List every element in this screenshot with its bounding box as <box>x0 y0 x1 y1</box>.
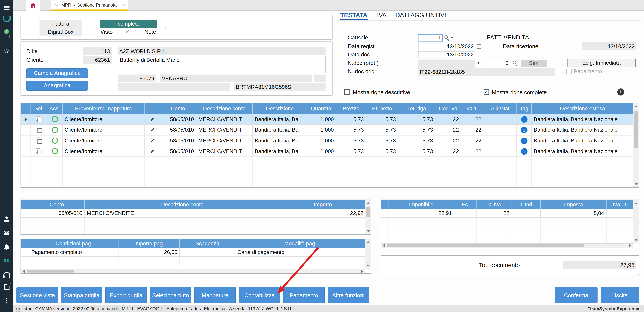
col-provenienza[interactable]: Provenienza mappatura <box>62 103 145 114</box>
col-sel[interactable]: Sel. <box>31 103 47 114</box>
ditta-code-field[interactable]: 113 <box>83 47 112 55</box>
cap-field[interactable]: 86079 <box>118 75 156 82</box>
stampa-griglia-button[interactable]: Stampa griglia <box>61 287 102 303</box>
col-pr-netto[interactable]: Pr. netto <box>366 103 398 114</box>
col-condizioni-pag[interactable]: Condizioni pag. <box>29 239 119 248</box>
ndoc-orig-field[interactable]: IT22-68211I-28185 <box>418 68 555 76</box>
col-descrizione[interactable]: Descrizione <box>253 103 308 114</box>
external-link-icon[interactable] <box>0 282 13 291</box>
notifications-icon[interactable]: 1 <box>0 29 13 39</box>
row-select-checkbox[interactable] <box>36 137 42 144</box>
col-iva11[interactable]: Iva 11 <box>461 103 484 114</box>
home-tab[interactable] <box>26 0 40 11</box>
col-imponibile[interactable]: Imponibile <box>388 200 454 209</box>
bell-icon[interactable] <box>0 242 13 251</box>
row-select-checkbox[interactable] <box>36 148 42 154</box>
conferma-button[interactable]: Conferma <box>555 287 598 303</box>
col-iva11[interactable]: Iva 11 <box>606 200 634 209</box>
scrollbar-thumb[interactable] <box>634 111 638 148</box>
causale-input[interactable]: 1 <box>418 34 443 42</box>
causale-dropdown-icon[interactable] <box>450 37 454 39</box>
conto-row-1[interactable]: 58/05/010 MERCI C/VENDITE 22,92 <box>21 209 366 218</box>
grid-row-2[interactable]: Cliente/fornitore 58/05/010 MERCI C/VEND… <box>21 125 634 135</box>
col-tag[interactable]: Tag <box>517 103 532 114</box>
cliente-name-field[interactable]: Butterfly di Bertolla Mario <box>118 56 326 73</box>
headset-support-icon[interactable] <box>0 269 13 278</box>
ditta-name-field[interactable]: A2Z WORLD S.R.L. <box>118 47 326 55</box>
mostra-descrittive-checkbox[interactable] <box>344 89 350 95</box>
row-select-checkbox[interactable] <box>36 127 42 133</box>
col-prezzo[interactable]: Prezzo <box>336 103 366 114</box>
iva-vertical-scrollbar[interactable] <box>633 200 639 243</box>
col-modalita-pag[interactable]: Modalità pag. <box>235 239 366 248</box>
iva-horizontal-scrollbar[interactable] <box>381 243 633 248</box>
col-ass[interactable]: Ass. <box>47 103 62 114</box>
note-document-icon[interactable] <box>162 28 167 34</box>
sez-button[interactable]: Sez. <box>522 60 548 67</box>
grid-row-3[interactable]: Cliente/fornitore 58/05/010 MERCI C/VEND… <box>21 135 634 146</box>
phone-icon[interactable]: ☎ <box>0 228 13 237</box>
scrollbar-thumb[interactable] <box>366 207 370 217</box>
pagamento-checkbox[interactable] <box>566 69 572 74</box>
export-griglia-button[interactable]: Export griglia <box>105 287 147 303</box>
fattura-button[interactable]: Fattura <box>40 20 82 28</box>
more-options-icon[interactable] <box>0 295 13 304</box>
col-descrizione-estesa[interactable]: Descrizione estesa <box>532 103 634 114</box>
row-select-checkbox[interactable] <box>36 116 42 122</box>
col-imposta[interactable]: Imposta <box>541 200 606 209</box>
pagamenti-vertical-scrollbar[interactable] <box>365 239 371 269</box>
seleziona-tutto-button[interactable]: Seleziona tutto <box>150 287 191 303</box>
mappature-button[interactable]: Mappature <box>194 287 236 303</box>
col-descrizione-conto[interactable]: Descrizione conto <box>85 200 280 209</box>
col-es[interactable]: Es. <box>454 200 477 209</box>
tab-close-icon[interactable]: × <box>122 2 125 8</box>
comune-field[interactable]: VENAFRO <box>160 75 312 82</box>
esig-immediata-button[interactable]: Esig. Immediata <box>567 59 636 67</box>
scrollbar-thumb[interactable] <box>387 244 584 247</box>
info-icon-dark[interactable] <box>617 88 624 96</box>
col-aliq-nat[interactable]: Aliq/Nat <box>484 103 517 114</box>
piva-field[interactable] <box>118 83 230 91</box>
uscita-button[interactable]: Uscita <box>601 287 639 303</box>
data-ricezione-field[interactable]: 13/10/2022 <box>582 42 636 50</box>
cambia-anagrafica-button[interactable]: Cambia Anagrafica <box>26 68 88 78</box>
grid-row-4[interactable]: Cliente/fornitore 58/05/010 MERCI C/VEND… <box>21 146 634 157</box>
col-scadenza[interactable]: Scadenza <box>180 239 235 248</box>
codice-fiscale-field[interactable]: BRTMRA81M16G596S <box>234 83 326 91</box>
user-profile-icon[interactable] <box>0 214 13 224</box>
col-importo[interactable]: Importo <box>280 200 366 209</box>
teamsystem-logo-icon[interactable] <box>0 15 13 24</box>
gestione-viste-button[interactable]: Gestione viste <box>16 287 58 303</box>
scrollbar-thumb[interactable] <box>27 270 74 272</box>
mostra-complete-checkbox[interactable] <box>484 89 489 95</box>
digital-box-button[interactable]: Digital Box <box>40 28 82 36</box>
col-tot-riga[interactable]: Tot. riga <box>398 103 435 114</box>
tab-iva[interactable]: IVA <box>377 12 386 19</box>
data-doc-input[interactable]: 13/10/2022 <box>418 51 475 58</box>
tab-favorite-star-icon[interactable]: ☆ <box>55 2 59 8</box>
conto-vertical-scrollbar[interactable] <box>365 200 371 234</box>
calendar-icon[interactable] <box>477 44 482 49</box>
anagrafica-button[interactable]: Anagrafica <box>26 81 88 90</box>
col-descrizione-conto[interactable]: Descrizione conto <box>196 103 252 114</box>
pagamento-button[interactable]: Pagamento <box>283 287 325 303</box>
pagamenti-horizontal-scrollbar[interactable] <box>21 269 365 273</box>
tab-mpri-gestione-primanota[interactable]: ☆ MPRI - Gestione Primanota × <box>52 0 128 11</box>
col-edit[interactable]: - <box>145 103 160 114</box>
contabilizza-button[interactable]: Contabilizza <box>239 287 280 303</box>
cliente-code-field[interactable]: 62361 <box>83 56 112 64</box>
ndoc-prot-field[interactable] <box>418 60 475 68</box>
iva-row-1[interactable]: 22,91 22 5,04 <box>381 209 634 218</box>
causale-search-icon[interactable] <box>444 35 449 40</box>
grid-row-1[interactable]: Cliente/fornitore 58/05/010 MERCI C/VEND… <box>21 114 634 125</box>
provincia-field[interactable] <box>314 75 326 82</box>
col-quantita[interactable]: Quantita' <box>308 103 336 114</box>
app-grid-icon[interactable] <box>16 308 17 309</box>
ec-logo-icon[interactable]: ec <box>0 256 13 265</box>
pagamento-row-1[interactable]: Pagamento completo 26,55 Carta di pagame… <box>21 248 366 257</box>
col-conto[interactable]: Conto <box>29 200 85 209</box>
col-perc-ind[interactable]: % Ind. <box>512 200 541 209</box>
data-regist-input[interactable]: 13/10/2022 <box>418 43 475 50</box>
ndoc-input[interactable]: 6 <box>482 60 510 67</box>
ndoc-search-icon[interactable] <box>513 61 518 66</box>
